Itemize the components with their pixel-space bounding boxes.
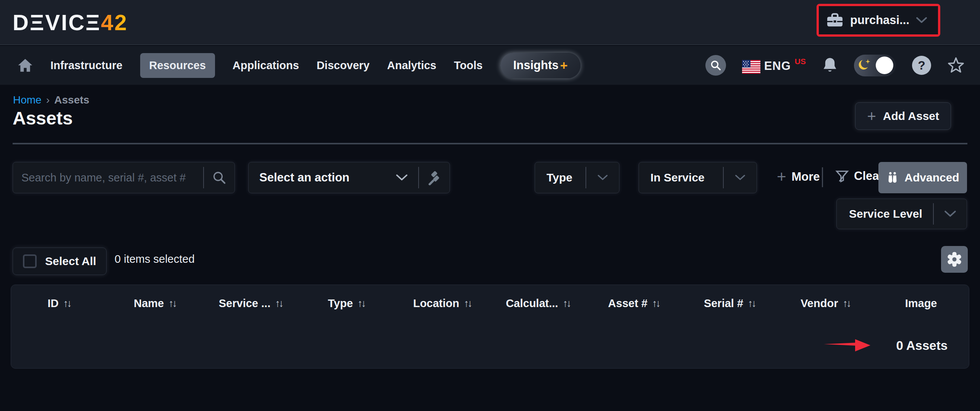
plus-icon: + xyxy=(777,169,786,185)
select-all-button[interactable]: Select All xyxy=(13,248,107,275)
column-label: ID xyxy=(47,297,58,310)
service-level-value: Service Level xyxy=(849,207,933,220)
column-label: Asset # xyxy=(608,297,647,310)
more-filters-button[interactable]: + More xyxy=(777,169,820,185)
search-submit-icon[interactable] xyxy=(204,171,234,184)
column-header-type[interactable]: Type ↑↓ xyxy=(298,297,394,310)
sort-icon[interactable]: ↑↓ xyxy=(652,298,659,309)
column-header-location[interactable]: Location ↑↓ xyxy=(394,297,490,310)
items-selected-status: 0 items selected xyxy=(115,253,195,265)
type-filter-dropdown[interactable]: Type xyxy=(535,162,619,193)
action-select-value: Select an action xyxy=(259,171,385,184)
more-filters-label: More xyxy=(792,170,820,184)
type-filter-value: Type xyxy=(547,171,585,184)
sort-icon[interactable]: ↑↓ xyxy=(168,298,176,309)
asset-search-box xyxy=(13,162,235,193)
column-header-id[interactable]: ID ↑↓ xyxy=(11,297,107,310)
chevron-down-icon xyxy=(586,175,619,181)
language-selector[interactable]: ENG US xyxy=(742,57,806,74)
column-header-name[interactable]: Name ↑↓ xyxy=(107,297,203,310)
nav-item-insights-plus[interactable]: Insights+ xyxy=(500,53,581,78)
select-all-label: Select All xyxy=(45,255,96,268)
notifications-bell-icon[interactable] xyxy=(822,57,838,74)
sort-icon[interactable]: ↑↓ xyxy=(63,298,70,309)
advanced-search-label: Advanced xyxy=(904,171,959,184)
column-header-serial-number[interactable]: Serial # ↑↓ xyxy=(682,297,778,310)
sort-icon[interactable]: ↑↓ xyxy=(563,298,570,309)
service-level-dropdown[interactable]: Service Level xyxy=(836,199,967,229)
chevron-down-icon xyxy=(934,210,967,217)
chevron-down-icon xyxy=(916,17,927,23)
sort-icon[interactable]: ↑↓ xyxy=(357,298,365,309)
annotation-highlight-box: purchasi... xyxy=(817,4,940,37)
action-select-dropdown[interactable]: Select an action xyxy=(248,162,450,193)
nav-item-discovery[interactable]: Discovery xyxy=(317,59,370,72)
column-header-image: Image xyxy=(873,297,969,310)
dark-mode-toggle[interactable] xyxy=(854,55,896,76)
nav-item-resources[interactable]: Resources xyxy=(140,53,215,78)
language-region: US xyxy=(795,57,806,66)
clear-filter-funnel-icon xyxy=(835,169,849,183)
column-label: Vendor xyxy=(800,297,838,310)
column-label: Serial # xyxy=(704,297,743,310)
column-header-calculated[interactable]: Calculat... ↑↓ xyxy=(490,297,586,310)
column-header-asset-number[interactable]: Asset # ↑↓ xyxy=(586,297,682,310)
breadcrumb-separator: › xyxy=(46,94,50,106)
topbar: DΞVICΞ42 purchasi... xyxy=(0,0,980,45)
breadcrumb: Home › Assets xyxy=(13,94,89,106)
service-status-filter-dropdown[interactable]: In Service xyxy=(639,162,757,193)
sort-icon[interactable]: ↑↓ xyxy=(748,298,755,309)
column-label: Type xyxy=(328,297,353,310)
insights-label: Insights xyxy=(513,58,559,72)
asset-count: 0 Assets xyxy=(896,338,948,353)
chevron-down-icon xyxy=(385,174,418,181)
search-input[interactable] xyxy=(21,172,203,184)
sort-icon[interactable]: ↑↓ xyxy=(275,298,282,309)
binoculars-icon xyxy=(886,171,899,184)
device42-logo: DΞVICΞ42 xyxy=(13,10,128,35)
assets-table: ID ↑↓ Name ↑↓ Service ... ↑↓ Type ↑↓ Loc… xyxy=(11,285,969,369)
nav-item-infrastructure[interactable]: Infrastructure xyxy=(50,59,123,72)
annotation-arrow xyxy=(824,338,873,353)
column-label: Image xyxy=(905,297,937,310)
column-header-service[interactable]: Service ... ↑↓ xyxy=(203,297,299,310)
column-label: Name xyxy=(134,297,164,310)
nav-item-tools[interactable]: Tools xyxy=(454,59,482,72)
breadcrumb-home-link[interactable]: Home xyxy=(13,94,42,106)
moon-icon xyxy=(857,58,872,73)
account-menu-button[interactable]: purchasi... xyxy=(819,6,938,34)
nav-item-applications[interactable]: Applications xyxy=(233,59,299,72)
language-code: ENG xyxy=(764,59,791,73)
home-icon[interactable] xyxy=(18,58,33,73)
logo-accent: 42 xyxy=(101,10,128,35)
breadcrumb-current: Assets xyxy=(54,94,89,106)
select-all-checkbox[interactable] xyxy=(23,254,37,268)
table-settings-button[interactable] xyxy=(941,246,968,273)
us-flag-icon xyxy=(742,60,760,74)
logo-text: DΞVICΞ xyxy=(13,10,101,35)
search-icon[interactable] xyxy=(705,55,726,76)
briefcase-icon xyxy=(826,13,843,28)
clear-filters-button[interactable]: Clear xyxy=(835,169,884,183)
run-action-gavel-icon[interactable] xyxy=(419,170,450,185)
column-label: Service ... xyxy=(219,297,270,310)
column-header-vendor[interactable]: Vendor ↑↓ xyxy=(777,297,873,310)
advanced-search-button[interactable]: Advanced xyxy=(878,162,967,193)
column-label: Location xyxy=(413,297,459,310)
table-header-row: ID ↑↓ Name ↑↓ Service ... ↑↓ Type ↑↓ Loc… xyxy=(11,285,969,322)
add-asset-button[interactable]: + Add Asset xyxy=(855,102,951,130)
section-divider xyxy=(13,143,967,144)
toggle-knob xyxy=(876,57,893,74)
favorites-star-icon[interactable] xyxy=(947,57,965,74)
gear-icon xyxy=(946,251,963,268)
service-status-value: In Service xyxy=(650,171,723,184)
column-label: Calculat... xyxy=(506,297,558,310)
plus-icon: + xyxy=(867,108,876,124)
sort-icon[interactable]: ↑↓ xyxy=(464,298,471,309)
help-icon[interactable]: ? xyxy=(912,56,931,75)
nav-item-analytics[interactable]: Analytics xyxy=(387,59,437,72)
add-asset-label: Add Asset xyxy=(883,110,939,123)
sort-icon[interactable]: ↑↓ xyxy=(843,298,850,309)
insights-plus-sign: + xyxy=(560,58,568,73)
nav-left-group: Infrastructure Resources Applications Di… xyxy=(18,53,581,78)
